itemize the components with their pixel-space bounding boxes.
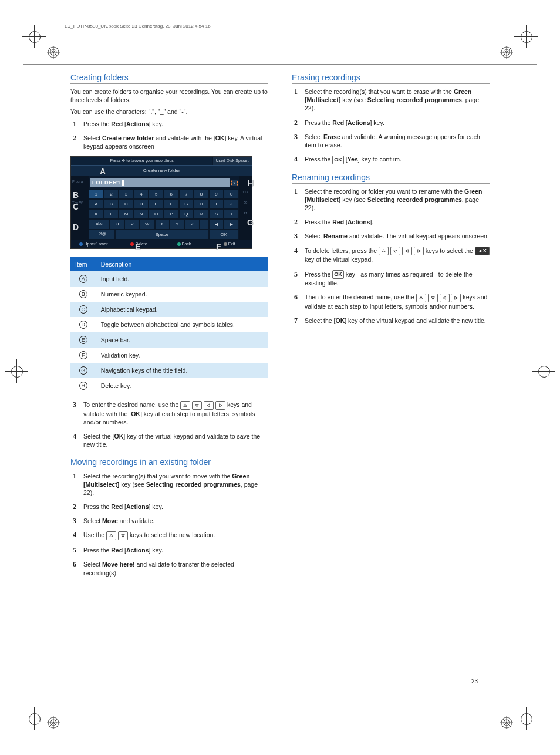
kp-disk-text: Used Disk Space : bbox=[213, 157, 252, 165]
ok-key-icon: OK bbox=[332, 156, 344, 164]
right-arrow-icon bbox=[414, 247, 424, 255]
mv-step-3: 3 Select Move and validate. bbox=[70, 517, 268, 525]
callout-F: F bbox=[216, 242, 221, 251]
down-arrow-icon bbox=[118, 531, 128, 540]
kp-delete-key: x bbox=[231, 180, 238, 186]
right-arrow-icon bbox=[451, 294, 461, 302]
kp-footer: Upper/Lower Delete Back Exit bbox=[71, 240, 252, 248]
rn-step-5: 5 Press the OK key - as many times as re… bbox=[292, 270, 490, 288]
kp-alpha-row-2: KLMNOPQRST bbox=[89, 209, 239, 219]
left-arrow-icon bbox=[440, 294, 450, 302]
up-arrow-icon bbox=[106, 531, 116, 540]
down-arrow-icon bbox=[390, 247, 400, 255]
er-step-4: 4 Press the OK [Yes] key to confirm. bbox=[292, 155, 490, 164]
ok-key-icon: OK bbox=[332, 270, 344, 279]
rn-step-6: 6 Then to enter the desired name, use th… bbox=[292, 293, 490, 311]
heading-renaming-recordings: Renaming recordings bbox=[292, 173, 490, 184]
kp-bottom-row: .?!@ Space OK bbox=[89, 230, 239, 240]
kp-numeric-row: 1234567890 bbox=[89, 189, 239, 199]
rn-step-3: 3 Select Rename and validate. The virtua… bbox=[292, 232, 490, 240]
kp-dialog-title: Create new folder bbox=[71, 165, 252, 176]
heading-creating-folders: Creating folders bbox=[70, 73, 268, 84]
mv-step-2: 2 Press the Red [Actions] key. bbox=[70, 503, 268, 511]
kp-browse-text: Press ✥ to browse your recordings bbox=[71, 157, 212, 165]
rn-step-7: 7 Select the [OK] key of the virtual key… bbox=[292, 316, 490, 325]
cf-step-1: 1 Press the Red [Actions] key. bbox=[70, 120, 268, 128]
mv-step-1: 1 Select the recording(s) that you want … bbox=[70, 472, 268, 497]
up-arrow-icon bbox=[379, 247, 389, 255]
page-number: 23 bbox=[471, 678, 478, 685]
kp-alpha-row-1: ABCDEFGHIJ bbox=[89, 199, 239, 209]
intro-p1: You can create folders to organise your … bbox=[70, 87, 268, 104]
book-header: LU_HDTP-8530_UK.book Seite 23 Donnerstag… bbox=[65, 23, 537, 29]
intro-p2: You can use the characters: ".", "_" and… bbox=[70, 107, 268, 116]
right-arrow-icon bbox=[215, 401, 225, 410]
th-desc: Description bbox=[96, 257, 268, 271]
callout-A: A bbox=[100, 167, 106, 176]
rn-step-2: 2 Press the Red [Actions]. bbox=[292, 218, 490, 226]
down-arrow-icon bbox=[192, 401, 202, 410]
cf-step-4: 4 Select the [OK] key of the virtual key… bbox=[70, 432, 268, 449]
cf-step-3: 3 To enter the desired name, use the key… bbox=[70, 400, 268, 426]
mv-step-6: 6 Select Move here! and validate to tran… bbox=[70, 560, 268, 577]
callout-B: B bbox=[73, 190, 79, 200]
left-arrow-icon bbox=[402, 247, 412, 255]
virtual-keypad-figure: Press ✥ to browse your recordings Used D… bbox=[70, 156, 252, 249]
callout-E: E bbox=[135, 242, 140, 251]
callout-G: G bbox=[247, 218, 254, 227]
kp-input-field: FOLDER1 bbox=[90, 178, 230, 187]
er-step-1: 1 Select the recording(s) that you want … bbox=[292, 87, 490, 113]
keypad-description-table: ItemDescription AInput field. BNumeric k… bbox=[70, 257, 268, 393]
er-step-3: 3 Select Erase and validate. A warning m… bbox=[292, 133, 490, 149]
down-arrow-icon bbox=[428, 294, 438, 302]
heading-erasing-recordings: Erasing recordings bbox=[292, 73, 490, 84]
up-arrow-icon bbox=[416, 294, 426, 302]
right-column: Erasing recordings 1 Select the recordin… bbox=[292, 65, 490, 583]
mv-step-4: 4 Use the keys to select the new locatio… bbox=[70, 531, 268, 540]
rn-step-1: 1 Select the recording or folder you wan… bbox=[292, 187, 490, 213]
cf-step-2: 2 Select Create new folder and validate … bbox=[70, 134, 268, 150]
rn-step-4: 4 To delete letters, press the keys to s… bbox=[292, 247, 490, 264]
left-column: Creating folders You can create folders … bbox=[70, 65, 268, 583]
er-step-2: 2 Press the Red [Actions] key. bbox=[292, 119, 490, 127]
kp-alpha-row-3: abcUVWXYZ◄► bbox=[89, 219, 239, 230]
th-item: Item bbox=[70, 257, 96, 271]
callout-H: H bbox=[248, 178, 254, 188]
callout-C: C bbox=[73, 202, 79, 211]
heading-moving-recordings: Moving recordings in an existing folder bbox=[70, 457, 268, 468]
up-arrow-icon bbox=[180, 401, 190, 410]
callout-D: D bbox=[73, 223, 79, 232]
left-arrow-icon bbox=[204, 401, 214, 410]
backspace-key-icon: X bbox=[475, 247, 490, 255]
mv-step-5: 5 Press the Red [Actions] key. bbox=[70, 546, 268, 554]
